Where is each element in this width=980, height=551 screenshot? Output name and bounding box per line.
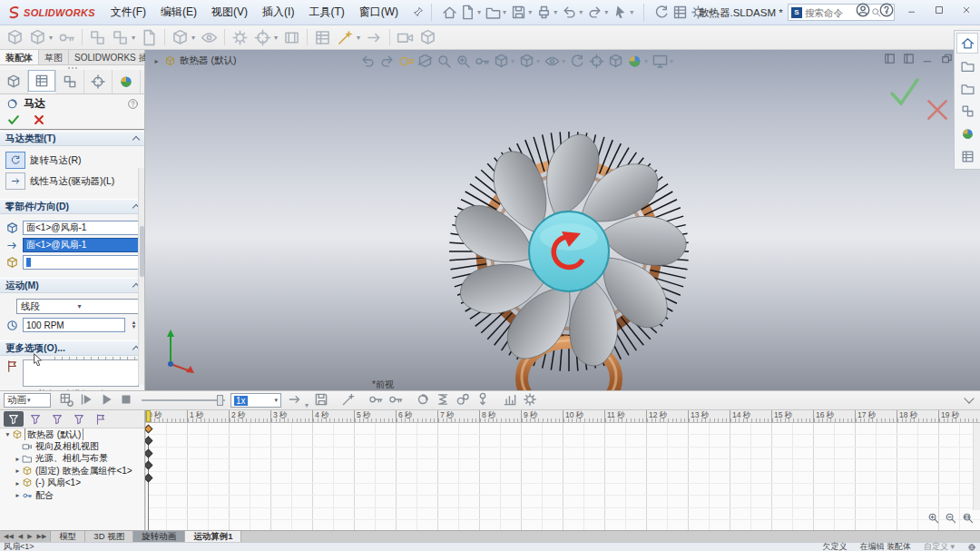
dropdown-caret-icon[interactable]: ▾ [274,34,278,42]
zoom-fit-icon[interactable] [436,53,453,70]
dropdown-caret-icon[interactable]: ▾ [191,34,195,42]
right-pane-icon[interactable] [902,52,916,65]
motor-direction-field[interactable]: 面<1>@风扇-1 [23,238,139,252]
select-icon[interactable] [612,4,629,21]
left-pane-icon[interactable] [883,52,897,65]
rotate-view-icon[interactable] [569,53,586,70]
results-icon[interactable] [502,391,518,408]
dropdown-caret-icon[interactable]: ▾ [536,57,540,65]
filter-selected-icon-button[interactable] [69,411,89,427]
motion-profile-select[interactable]: 线段▾ [16,299,139,314]
keyframe-diamond-2[interactable] [145,448,152,458]
tree-item-2[interactable]: ▸ 光源、相机与布景 [0,453,144,465]
display-manager-tab-icon[interactable] [118,74,134,90]
motion-header[interactable]: 运动(M) [0,278,144,293]
dropdown-caret-icon[interactable]: ▾ [357,34,360,42]
pm-help-icon[interactable] [127,98,139,110]
insert-components-icon[interactable] [28,28,47,47]
doc-restore-icon[interactable] [940,52,954,65]
tree-expand-icon[interactable]: ▸ [14,491,22,499]
filter-results-icon-button[interactable] [91,411,111,427]
new-document-icon[interactable] [459,4,476,21]
rotary-motor-option-glyph[interactable] [10,154,22,166]
custom-properties-icon-button[interactable] [956,146,978,167]
next-view-icon[interactable] [378,53,396,70]
filter-driving-icon-button[interactable] [47,411,67,427]
collapse-motion-bar-icon[interactable] [964,393,974,403]
rotary-motor-option-icon[interactable] [5,152,25,169]
dropdown-caret-icon[interactable]: ▾ [49,34,53,42]
display-style-icon[interactable] [518,53,535,70]
rebuild-icon[interactable] [653,4,671,21]
maximize-button[interactable] [929,2,949,18]
zoom-area-icon[interactable] [455,53,472,70]
motor-location-field[interactable]: 面<1>@风扇-1 [23,221,139,235]
tree-item-0-icon[interactable] [12,429,23,440]
customize-link[interactable]: 自定义 ▾ [924,541,955,551]
dropdown-caret-icon[interactable]: ▾ [644,57,648,65]
units-globe-icon[interactable] [967,543,976,551]
property-manager-tab-icon[interactable] [34,73,50,89]
bill-of-materials-icon[interactable] [313,28,332,47]
crumb-expand-icon[interactable]: ▸ [152,57,161,65]
menu-file[interactable]: 文件(F) [104,3,152,22]
filter-animated-icon-button[interactable] [25,411,45,427]
feature-manager-tab[interactable] [0,70,28,93]
linear-motor-option[interactable]: 线性马达(驱动器)(L) [5,172,139,190]
dropdown-caret-icon[interactable]: ▾ [305,401,309,409]
filter-all-icon[interactable] [7,413,20,426]
relative-component-field[interactable] [23,255,139,270]
save-animation-icon[interactable] [313,391,329,408]
edit-component-icon[interactable] [5,28,24,47]
linear-motor-option-icon[interactable] [5,172,25,190]
playback-slider-handle[interactable] [217,395,223,406]
panel-tab-1[interactable]: 草图 [39,50,69,64]
dimxpert-manager-tab[interactable] [84,70,113,93]
spring-icon[interactable] [435,391,451,408]
timeline-ruler[interactable]: 0 秒1 秒2 秒3 秒4 秒5 秒6 秒7 秒8 秒9 秒10 秒11 秒12… [145,410,980,423]
file-explorer-icon[interactable] [960,81,975,96]
contact-icon[interactable] [455,391,471,408]
smart-fasteners-icon[interactable] [140,28,159,47]
normal-to-icon[interactable] [588,53,605,70]
feature-manager-tab-icon[interactable] [5,74,22,90]
mate-icon[interactable] [57,28,76,47]
exploded-view-icon[interactable] [336,28,355,47]
tree-item-3-icon[interactable] [22,466,33,477]
tree-item-5-icon[interactable] [22,490,33,501]
dropdown-caret-icon[interactable]: ▾ [511,57,514,65]
menu-insert[interactable]: 插入(I) [256,3,300,22]
tree-item-3[interactable]: ▸ (固定) 散热金属组件<1> [0,465,144,477]
motor-icon[interactable] [415,391,431,408]
confirm-ok-icon[interactable] [886,74,924,110]
stop-icon[interactable] [118,391,134,408]
menu-view[interactable]: 视图(V) [205,3,254,22]
measure-icon[interactable] [397,53,415,70]
calculate-icon[interactable] [58,391,74,408]
home-icon[interactable] [441,4,458,21]
graphics-breadcrumb[interactable]: ▸ 散热器 (默认) [152,54,236,67]
file-explorer-icon-button[interactable] [956,78,978,99]
menu-tools[interactable]: 工具(T) [302,3,350,22]
motion-graph[interactable] [23,359,139,387]
assembly-features-icon[interactable] [230,28,250,47]
time-bar-head[interactable] [146,410,151,422]
filter-driving-icon[interactable] [51,413,64,426]
display-manager-tab[interactable] [113,70,141,93]
previous-view-icon[interactable] [359,53,377,70]
dropdown-caret-icon[interactable]: ▾ [579,8,583,16]
tree-item-2-icon[interactable] [22,453,33,464]
motion-timeline[interactable]: 0 秒1 秒2 秒3 秒4 秒5 秒6 秒7 秒8 秒9 秒10 秒11 秒12… [145,410,980,530]
tree-expand-icon[interactable]: ▸ [14,467,22,475]
tab-first-icon[interactable]: ◀◀ [4,533,14,540]
apply-scene-icon[interactable] [626,53,643,70]
tree-item-4-icon[interactable] [22,477,33,488]
add-key-icon[interactable] [387,391,404,408]
confirm-cancel-icon[interactable] [922,95,953,124]
more-options-1-header[interactable]: 更多选项(O)... [0,340,144,356]
open-icon[interactable] [485,4,502,21]
dropdown-caret-icon[interactable]: ▾ [554,8,557,16]
timeline-rows[interactable] [145,423,980,530]
close-button[interactable] [956,2,976,18]
animation-wizard-icon[interactable] [340,391,357,408]
